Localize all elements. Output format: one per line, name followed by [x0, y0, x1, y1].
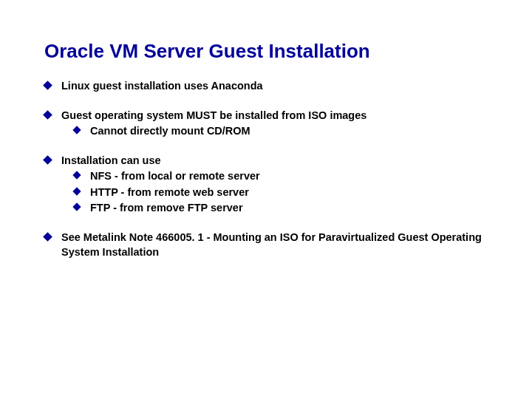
list-item: HTTP - from remote web server	[74, 185, 488, 200]
list-item: Installation can use	[44, 154, 488, 168]
list-item: Guest operating system MUST be installed…	[44, 109, 488, 123]
list-item: Linux guest installation uses Anaconda	[44, 79, 488, 94]
list-item: Cannot directly mount CD/ROM	[74, 124, 488, 139]
diamond-bullet-icon	[43, 81, 52, 90]
list-item-text: HTTP - from remote web server	[90, 185, 488, 200]
slide: Oracle VM Server Guest Installation Linu…	[0, 0, 532, 259]
diamond-bullet-icon	[72, 203, 81, 211]
diamond-bullet-icon	[72, 187, 81, 195]
list-item-text: FTP - from remove FTP server	[90, 201, 488, 216]
bullet-list: Linux guest installation uses Anaconda G…	[44, 79, 488, 259]
list-item: NFS - from local or remote server	[74, 169, 488, 184]
diamond-bullet-icon	[43, 110, 52, 120]
list-item: FTP - from remove FTP server	[74, 201, 488, 216]
diamond-bullet-icon	[72, 126, 81, 134]
diamond-bullet-icon	[72, 171, 81, 180]
diamond-bullet-icon	[43, 155, 52, 165]
slide-title: Oracle VM Server Guest Installation	[44, 40, 488, 63]
list-item-text: See Metalink Note 466005. 1 - Mounting a…	[61, 231, 488, 259]
list-item-text: Linux guest installation uses Anaconda	[61, 79, 488, 94]
list-item-text: Installation can use	[61, 154, 488, 168]
diamond-bullet-icon	[43, 232, 52, 242]
list-item-text: Guest operating system MUST be installed…	[61, 109, 488, 123]
list-item-text: NFS - from local or remote server	[90, 169, 488, 184]
list-item: See Metalink Note 466005. 1 - Mounting a…	[44, 231, 488, 259]
list-item-text: Cannot directly mount CD/ROM	[90, 124, 488, 139]
